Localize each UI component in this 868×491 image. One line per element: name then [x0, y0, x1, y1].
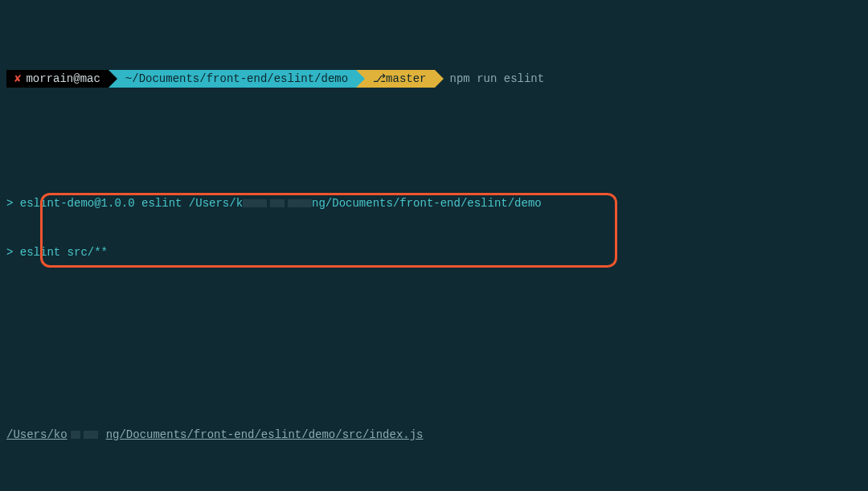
lint-results-js: 1:5error'a' is never reassigned. Use 'co… — [6, 476, 862, 491]
powerline-sep-icon — [356, 70, 365, 88]
branch-name: master — [386, 71, 426, 87]
file-path: /Users/kong/Documents/front-end/eslint/d… — [6, 427, 862, 443]
prompt-user: ✘morrain@mac — [6, 70, 108, 88]
prompt-path: ~/Documents/front-end/eslint/demo — [117, 70, 356, 88]
terminal[interactable]: ✘morrain@mac ~/Documents/front-end/eslin… — [0, 0, 868, 491]
prompt-branch: ⎇ master — [365, 70, 434, 88]
status-x-icon: ✘ — [14, 71, 21, 87]
prompt-username: morrain@mac — [26, 71, 100, 87]
powerline-sep-icon — [108, 70, 117, 88]
npm-run-header: > eslint-demo@1.0.0 eslint /Users/kng/Do… — [6, 195, 862, 211]
git-branch-icon: ⎇ — [373, 71, 386, 87]
shell-prompt: ✘morrain@mac ~/Documents/front-end/eslin… — [6, 70, 862, 88]
command-input[interactable]: npm run eslint — [444, 70, 545, 88]
npm-run-subheader: > eslint src/** — [6, 244, 862, 260]
powerline-sep-icon — [435, 70, 444, 88]
